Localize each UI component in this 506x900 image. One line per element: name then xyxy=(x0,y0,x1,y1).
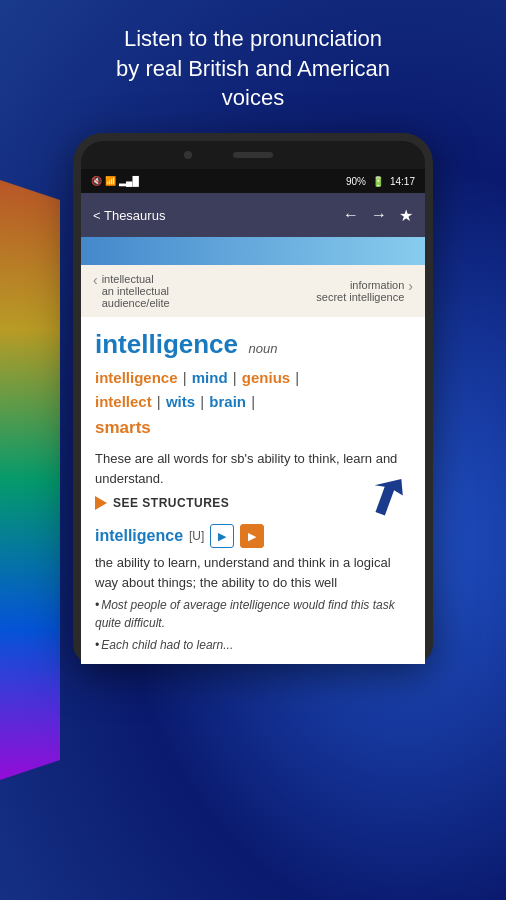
promo-text: Listen to the pronunciation by real Brit… xyxy=(0,0,506,133)
synonyms-line: intelligence | mind | genius | intellect… xyxy=(95,366,411,441)
audio-british-button[interactable]: ▶ xyxy=(210,524,234,548)
syn-intelligence[interactable]: intelligence xyxy=(95,369,178,386)
sep2: | xyxy=(229,369,241,386)
sep3: | xyxy=(291,369,299,386)
chevron-left-icon: ‹ xyxy=(93,273,98,287)
status-right: 90% 🔋 14:17 xyxy=(346,176,415,187)
entry-word-line: intelligence [U] ▶ ▶ xyxy=(95,524,411,548)
sep1: | xyxy=(179,369,191,386)
word-title-line: intelligence noun xyxy=(95,329,411,360)
audio-british-icon: ▶ xyxy=(218,530,226,543)
breadcrumb-left-top: intellectual xyxy=(102,273,170,285)
app-header: < Thesaurus ← → ★ xyxy=(81,193,425,237)
chevron-right-icon: › xyxy=(408,279,413,293)
phone-frame: 🔇 📶 ▂▄█ 90% 🔋 14:17 < Thesaurus ← → ★ ‹ … xyxy=(73,133,433,664)
entry-label: [U] xyxy=(189,529,204,543)
mute-icon: 🔇 xyxy=(91,176,102,186)
status-left-icons: 🔇 📶 ▂▄█ xyxy=(91,176,139,186)
dict-image-bar xyxy=(81,237,425,265)
breadcrumb-right[interactable]: information secret intelligence › xyxy=(316,279,413,303)
phone-top xyxy=(81,141,425,169)
back-label: < Thesaurus xyxy=(93,208,165,223)
syn-intellect[interactable]: intellect xyxy=(95,393,152,410)
entry-word[interactable]: intelligence xyxy=(95,527,183,545)
svg-marker-0 xyxy=(366,471,407,519)
breadcrumb-left-bottom: an intellectual audience/elite xyxy=(102,285,170,309)
main-content: intelligence noun intelligence | mind | … xyxy=(81,317,425,664)
bullet: • xyxy=(95,598,99,612)
header-nav: ← → ★ xyxy=(343,206,413,225)
battery-percent: 90% xyxy=(346,176,366,187)
nav-right-arrow[interactable]: → xyxy=(371,206,387,224)
see-structures-section: SEE STRUCTURES xyxy=(95,496,411,510)
background-streaks xyxy=(0,180,60,780)
syn-brain[interactable]: brain xyxy=(209,393,246,410)
clock: 14:17 xyxy=(390,176,415,187)
entry-example: •Most people of average intelligence wou… xyxy=(95,596,411,632)
phone-camera xyxy=(184,151,192,159)
sep4: | xyxy=(153,393,165,410)
nav-left-arrow[interactable]: ← xyxy=(343,206,359,224)
breadcrumb-left[interactable]: ‹ intellectual an intellectual audience/… xyxy=(93,273,170,309)
status-bar: 🔇 📶 ▂▄█ 90% 🔋 14:17 xyxy=(81,169,425,193)
entry-section: intelligence [U] ▶ ▶ the ability to lear… xyxy=(95,524,411,654)
audio-american-icon: ▶ xyxy=(248,530,256,543)
arrow-decoration xyxy=(357,470,407,524)
bullet-2: • xyxy=(95,638,99,652)
audio-american-button[interactable]: ▶ xyxy=(240,524,264,548)
signal-icon: ▂▄█ xyxy=(119,176,139,186)
syn-wits[interactable]: wits xyxy=(166,393,195,410)
syn-smarts[interactable]: smarts xyxy=(95,418,151,437)
play-icon xyxy=(95,496,107,510)
breadcrumb-right-bottom: secret intelligence xyxy=(316,291,404,303)
breadcrumb-right-top: information xyxy=(316,279,404,291)
entry-example-2: •Each child had to learn... xyxy=(95,636,411,654)
phone-speaker xyxy=(233,152,273,158)
wifi-icon: 📶 xyxy=(105,176,116,186)
bookmark-icon[interactable]: ★ xyxy=(399,206,413,225)
sep6: | xyxy=(247,393,255,410)
breadcrumb-nav: ‹ intellectual an intellectual audience/… xyxy=(81,265,425,317)
back-button[interactable]: < Thesaurus xyxy=(93,208,165,223)
see-structures-label: SEE STRUCTURES xyxy=(113,496,229,510)
battery-icon: 🔋 xyxy=(372,176,384,187)
word-pos: noun xyxy=(249,341,278,356)
syn-genius[interactable]: genius xyxy=(242,369,290,386)
sep5: | xyxy=(196,393,208,410)
main-word: intelligence xyxy=(95,329,238,359)
syn-mind[interactable]: mind xyxy=(192,369,228,386)
entry-definition: the ability to learn, understand and thi… xyxy=(95,553,411,592)
